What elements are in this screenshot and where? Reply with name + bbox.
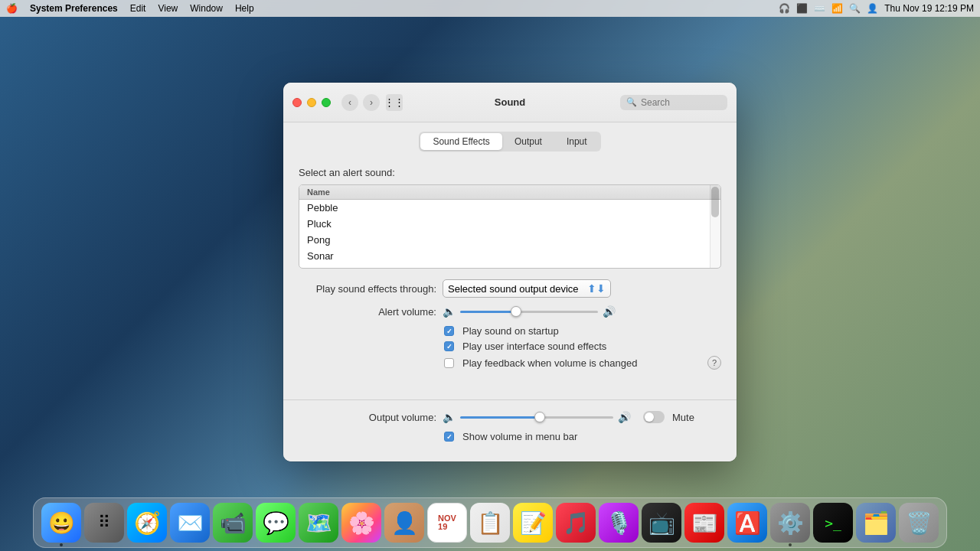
- forward-button[interactable]: ›: [363, 94, 380, 111]
- dock-item-calendar[interactable]: NOV19: [427, 503, 467, 543]
- dock-item-launchpad[interactable]: ⠿: [84, 503, 124, 543]
- apple-menu[interactable]: 🍎: [6, 3, 18, 14]
- appletv-icon: 📺: [648, 510, 675, 536]
- sound-list[interactable]: Pebble Pluck Pong Sonar Sonumi Submerge: [299, 200, 720, 266]
- dock-item-sysprefs[interactable]: ⚙️: [770, 503, 810, 543]
- search-box[interactable]: 🔍: [620, 95, 727, 110]
- mute-label: Mute: [672, 412, 694, 423]
- dock-item-messages[interactable]: 💬: [256, 503, 296, 543]
- output-volume-label: Output volume:: [299, 412, 436, 423]
- mail-icon: ✉️: [177, 510, 204, 536]
- play-through-dropdown[interactable]: Selected sound output device ⬆⬇: [443, 279, 611, 298]
- play-feedback-checkbox[interactable]: [444, 358, 454, 368]
- show-volume-row: Show volume in menu bar: [444, 431, 721, 442]
- dock-item-podcasts[interactable]: 🎙️: [599, 503, 639, 543]
- help-menu[interactable]: Help: [235, 3, 254, 14]
- search-input[interactable]: [641, 97, 721, 108]
- finder2-icon: 🗂️: [863, 510, 890, 536]
- mute-checkbox-knob: [645, 412, 654, 422]
- window-menu[interactable]: Window: [190, 3, 223, 14]
- maximize-button[interactable]: [322, 98, 331, 107]
- alert-sound-label: Select an alert sound:: [299, 167, 721, 178]
- menubar-left: 🍎 System Preferences Edit View Window He…: [6, 3, 254, 14]
- back-button[interactable]: ‹: [341, 94, 358, 111]
- calendar-icon: NOV19: [438, 514, 456, 531]
- alert-volume-slider[interactable]: [460, 311, 598, 313]
- minimize-button[interactable]: [307, 98, 316, 107]
- user-icon: 👤: [867, 3, 878, 14]
- dock-item-music[interactable]: 🎵: [556, 503, 596, 543]
- close-button[interactable]: [292, 98, 302, 107]
- name-column-header: Name: [307, 187, 330, 197]
- headphone-icon: 🎧: [779, 3, 790, 14]
- search-menubar-icon[interactable]: 🔍: [849, 3, 861, 14]
- finder-dot: [60, 543, 63, 546]
- dock-item-appstore[interactable]: 🅰️: [727, 503, 767, 543]
- output-volume-low-icon: 🔈: [443, 411, 456, 423]
- wifi-icon: 📶: [831, 3, 843, 14]
- play-through-row: Play sound effects through: Selected sou…: [299, 279, 721, 298]
- dock-item-reminders[interactable]: 📋: [470, 503, 510, 543]
- edit-menu[interactable]: Edit: [130, 3, 146, 14]
- dock-item-contacts[interactable]: 👤: [384, 503, 424, 543]
- sound-item-sonar[interactable]: Sonar: [299, 248, 720, 264]
- show-volume-label: Show volume in menu bar: [462, 431, 577, 442]
- sound-preferences-window: ‹ › ⋮⋮ Sound 🔍 Sound Effects Output Inpu…: [283, 83, 737, 461]
- output-volume-slider[interactable]: [460, 416, 613, 419]
- play-ui-row: Play user interface sound effects: [444, 341, 721, 352]
- show-volume-checkbox[interactable]: [444, 432, 454, 442]
- dock-item-finder2[interactable]: 🗂️: [856, 503, 896, 543]
- dock-item-notes[interactable]: 📝: [513, 503, 553, 543]
- keyboard-icon: ⌨️: [814, 3, 825, 14]
- play-through-label: Play sound effects through:: [299, 283, 436, 295]
- sound-item-pebble[interactable]: Pebble: [299, 200, 720, 216]
- scrollbar-thumb[interactable]: [711, 187, 719, 217]
- dock-item-facetime[interactable]: 📹: [213, 503, 253, 543]
- finder-icon: 😀: [48, 510, 75, 536]
- maps-icon: 🗺️: [305, 510, 332, 536]
- play-startup-checkbox[interactable]: [444, 326, 454, 336]
- section-divider: [283, 399, 737, 400]
- podcasts-icon: 🎙️: [606, 510, 632, 536]
- tab-sound-effects[interactable]: Sound Effects: [420, 133, 502, 150]
- alert-volume-slider-container: 🔈 🔊: [443, 305, 616, 318]
- tab-input[interactable]: Input: [554, 133, 599, 150]
- dock-item-maps[interactable]: 🗺️: [299, 503, 338, 543]
- dock-item-news[interactable]: 📰: [684, 503, 724, 543]
- play-startup-label: Play sound on startup: [462, 325, 559, 337]
- scrollbar[interactable]: [710, 185, 720, 268]
- tabs-container: Sound Effects Output Input: [283, 122, 737, 159]
- music-icon: 🎵: [563, 510, 590, 536]
- sound-list-container: Name Pebble Pluck Pong Sonar Sonumi Subm…: [299, 184, 721, 269]
- sound-item-pluck[interactable]: Pluck: [299, 216, 720, 232]
- output-volume-row: Output volume: 🔈 🔊 Mute: [299, 411, 721, 423]
- traffic-lights: [292, 98, 331, 107]
- dock-item-appletv[interactable]: 📺: [642, 503, 681, 543]
- sysprefs-icon: ⚙️: [777, 510, 804, 536]
- app-name-menu[interactable]: System Preferences: [30, 3, 118, 14]
- dock-item-finder[interactable]: 😀: [41, 503, 81, 543]
- play-ui-checkbox[interactable]: [444, 341, 454, 351]
- facetime-icon: 📹: [220, 510, 247, 536]
- play-ui-label: Play user interface sound effects: [462, 341, 606, 352]
- news-icon: 📰: [691, 510, 718, 536]
- messages-icon: 💬: [263, 510, 289, 536]
- sound-list-header: Name: [299, 185, 720, 200]
- view-menu[interactable]: View: [158, 3, 178, 14]
- tab-output[interactable]: Output: [502, 133, 554, 150]
- dock-item-safari[interactable]: 🧭: [127, 503, 167, 543]
- grid-view-button[interactable]: ⋮⋮: [386, 94, 403, 111]
- mute-checkbox[interactable]: [643, 411, 665, 423]
- dock-item-terminal[interactable]: >_: [813, 503, 853, 543]
- help-button[interactable]: ?: [707, 356, 721, 370]
- terminal-icon: >_: [825, 515, 841, 531]
- controls-area: Play sound effects through: Selected sou…: [299, 279, 721, 370]
- appstore-icon: 🅰️: [734, 510, 761, 536]
- dock-item-trash[interactable]: 🗑️: [899, 503, 939, 543]
- dock-item-photos[interactable]: 🌸: [341, 503, 381, 543]
- sound-item-sonumi[interactable]: Sonumi: [299, 264, 720, 266]
- sound-item-pong[interactable]: Pong: [299, 232, 720, 248]
- trash-icon: 🗑️: [906, 510, 933, 536]
- menubar: 🍎 System Preferences Edit View Window He…: [0, 0, 980, 17]
- dock-item-mail[interactable]: ✉️: [170, 503, 210, 543]
